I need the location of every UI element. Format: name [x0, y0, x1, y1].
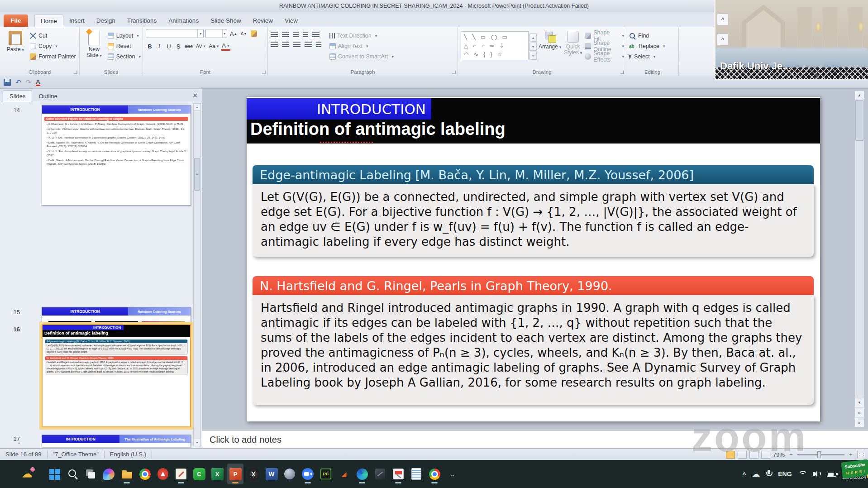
slide-16-thumbnail[interactable]: INTRODUCTION Definition of antimagic lab… — [42, 324, 191, 427]
edge-icon[interactable] — [354, 464, 370, 484]
matlab-icon[interactable]: ◢ — [336, 464, 352, 484]
zoom-icon[interactable] — [300, 464, 316, 484]
volume-icon[interactable] — [813, 471, 821, 477]
new-slide-button[interactable]: New Slide — [82, 29, 106, 68]
tab-animations[interactable]: Animations — [162, 14, 205, 27]
font-name-input[interactable] — [146, 29, 197, 38]
justify-icon[interactable] — [305, 42, 312, 47]
panel-tab-slides[interactable]: Slides — [3, 90, 32, 102]
font-size-input[interactable] — [206, 29, 222, 38]
fit-to-window-button[interactable] — [857, 451, 865, 458]
tab-home[interactable]: Home — [34, 14, 63, 27]
panel-close-icon[interactable] — [191, 91, 199, 100]
chrome-icon[interactable] — [137, 464, 153, 484]
weather-widget-icon[interactable]: ☁ — [19, 464, 35, 484]
replace-button[interactable]: ab Replace — [629, 42, 665, 51]
decrease-indent-icon[interactable] — [293, 32, 299, 37]
text-shadow-button[interactable]: S — [174, 42, 182, 51]
onedrive-cloud-icon[interactable]: ☁ — [752, 469, 760, 479]
section-button[interactable]: Section — [108, 52, 141, 61]
chrome-profile-icon[interactable] — [426, 464, 443, 484]
editor-scrollbar[interactable]: ▲ ▼ « » — [854, 91, 864, 427]
zoom-out-button[interactable] — [787, 451, 795, 458]
webcam-overlay[interactable]: Dafik Univ Je... — [714, 0, 868, 81]
task-view-icon[interactable] — [82, 464, 99, 484]
status-theme[interactable]: "7_Office Theme" — [48, 450, 105, 459]
zoom-panel-toggle-icon[interactable] — [717, 14, 729, 25]
panel-scroll-down-icon[interactable]: ▼ — [194, 439, 200, 446]
battery-icon[interactable] — [827, 472, 836, 477]
microphone-icon[interactable] — [766, 470, 772, 478]
bold-button[interactable]: B — [146, 42, 154, 51]
find-button[interactable]: Find — [629, 31, 665, 40]
search-icon[interactable] — [64, 464, 81, 484]
save-icon[interactable] — [4, 79, 11, 86]
spelling-icon[interactable]: A — [36, 79, 40, 86]
copy-button[interactable]: Copy — [30, 42, 76, 51]
tab-insert[interactable]: Insert — [63, 14, 91, 27]
editor-scroll-up-icon[interactable]: ▲ — [855, 91, 864, 100]
reset-button[interactable]: Reset — [108, 42, 141, 51]
slideshow-view-button[interactable] — [761, 451, 770, 459]
drawing-dialog-launcher[interactable] — [620, 71, 624, 74]
zoom-slider-thumb[interactable] — [817, 451, 821, 458]
slide-14-thumbnail[interactable]: INTRODUCTION Rainbow Coloring Sources So… — [42, 105, 191, 206]
layout-button[interactable]: Layout — [108, 31, 141, 40]
current-slide-canvas[interactable]: INTRODUCTION Definition of antimagic lab… — [247, 97, 820, 421]
paste-button[interactable]: Paste — [3, 29, 28, 68]
wifi-icon[interactable] — [798, 471, 807, 478]
previous-slide-button[interactable]: « — [855, 408, 864, 417]
redo-icon[interactable]: ↷ — [26, 78, 32, 86]
shrink-font-button[interactable]: A▼ — [240, 29, 248, 38]
panel-tab-outline[interactable]: Outline — [32, 90, 63, 102]
zoom-slider[interactable] — [797, 454, 844, 455]
align-center-icon[interactable] — [282, 42, 289, 47]
paragraph-dialog-launcher[interactable] — [452, 71, 456, 74]
copilot-icon[interactable] — [100, 464, 117, 484]
clear-formatting-button[interactable] — [250, 29, 258, 38]
excel-icon[interactable]: X — [209, 464, 225, 484]
align-left-icon[interactable] — [271, 42, 278, 47]
numbering-icon[interactable] — [282, 32, 289, 37]
zoom-in-button[interactable] — [847, 451, 854, 458]
shape-outline-button[interactable]: Shape Outline — [585, 42, 624, 51]
arrange-button[interactable]: Arrange — [539, 29, 561, 68]
panel-scroll-handle[interactable] — [194, 158, 200, 191]
shapes-more-icon[interactable]: ▿ — [529, 52, 537, 60]
zoom-panel-toggle-icon[interactable] — [717, 33, 729, 45]
zoom-level[interactable]: 79% — [773, 451, 785, 458]
word-icon[interactable]: W — [263, 464, 280, 484]
normal-view-button[interactable] — [726, 451, 735, 459]
editor-scroll-handle[interactable] — [855, 100, 863, 141]
undo-icon[interactable]: ↶ — [15, 78, 21, 86]
video-editor-icon[interactable] — [390, 464, 406, 484]
dark-utility-icon[interactable] — [372, 464, 388, 484]
status-language[interactable]: English (U.S.) — [105, 450, 152, 459]
start-menu-icon[interactable] — [46, 464, 62, 484]
align-right-icon[interactable] — [293, 42, 300, 47]
shape-fill-button[interactable]: Shape Fill — [585, 31, 624, 40]
font-size-combo[interactable]: ▾ — [205, 29, 227, 38]
notes-pane[interactable]: Click to add notes — [202, 429, 868, 448]
text-direction-button[interactable]: Text Direction — [329, 31, 394, 40]
format-painter-button[interactable]: Format Painter — [30, 52, 76, 61]
font-name-dropdown-icon[interactable]: ▾ — [197, 29, 203, 38]
sticky-notes-icon[interactable] — [173, 464, 189, 484]
camtasia-icon[interactable]: C — [191, 464, 207, 484]
underline-button[interactable]: U — [165, 42, 173, 51]
tab-view[interactable]: View — [279, 14, 304, 27]
taskbar-clock[interactable]: 2:16 PM 12/3/2024 Subscribe H E R E ! — [842, 467, 866, 481]
convert-smartart-button[interactable]: Convert to SmartArt — [329, 52, 394, 61]
language-indicator[interactable]: ENG — [778, 470, 792, 478]
change-case-button[interactable]: Aa — [208, 42, 219, 51]
font-name-combo[interactable]: ▾ — [146, 29, 204, 38]
font-color-button[interactable]: A — [221, 42, 230, 51]
panel-scroll-up-icon[interactable]: ▲ — [194, 104, 200, 111]
reading-view-button[interactable] — [749, 451, 758, 459]
quick-styles-button[interactable]: Quick Styles — [563, 29, 583, 68]
select-button[interactable]: Select — [629, 52, 665, 61]
tab-slide-show[interactable]: Slide Show — [205, 14, 247, 27]
character-spacing-button[interactable]: AV — [195, 42, 206, 51]
pycharm-icon[interactable]: PC — [318, 464, 334, 484]
red-flask-app-icon[interactable] — [155, 464, 171, 484]
